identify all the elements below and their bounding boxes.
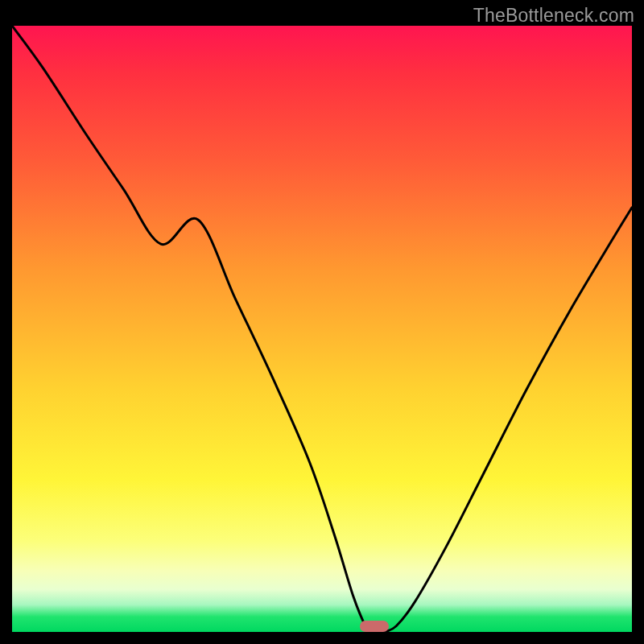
bottleneck-curve bbox=[12, 26, 632, 632]
chart-frame: TheBottleneck.com bbox=[0, 0, 644, 644]
plot-area bbox=[12, 26, 632, 632]
optimum-marker bbox=[360, 621, 389, 632]
watermark-text: TheBottleneck.com bbox=[473, 5, 634, 27]
